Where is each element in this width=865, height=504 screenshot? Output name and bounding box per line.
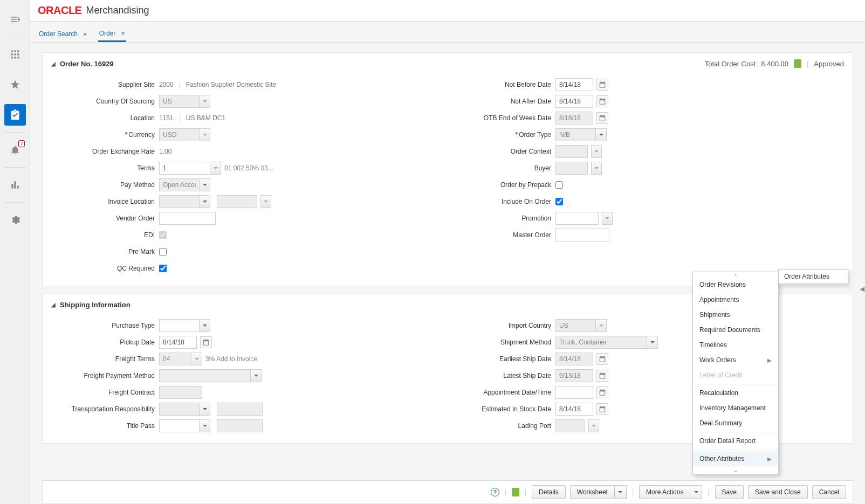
terms-input[interactable]	[159, 162, 210, 175]
menu-work-orders[interactable]: Work Orders▶	[693, 353, 778, 368]
dropdown-icon[interactable]	[200, 419, 210, 432]
disclose-icon[interactable]: ◢	[51, 302, 56, 308]
label-location: Location	[51, 114, 159, 122]
menu-order-revisions[interactable]: Order Revisions	[693, 277, 778, 292]
tab-order[interactable]: Order ×	[98, 26, 126, 42]
dropdown-icon[interactable]	[647, 336, 658, 349]
menu-other-attributes[interactable]: Other Attributes▶ Order Attributes	[693, 451, 778, 466]
vendor-order-input[interactable]	[159, 212, 216, 225]
freight-terms-desc: 3% Add to Invoice	[205, 355, 257, 363]
dropdown-icon[interactable]	[200, 178, 210, 191]
buyer-input[interactable]	[555, 162, 588, 175]
purchase-type-select[interactable]	[159, 319, 200, 332]
more-actions-dropdown-icon[interactable]	[690, 485, 702, 499]
close-icon[interactable]: ×	[83, 30, 87, 38]
dropdown-icon[interactable]	[596, 319, 607, 332]
ship-method-select[interactable]	[555, 336, 647, 349]
gear-icon[interactable]	[4, 209, 26, 231]
order-panel-header[interactable]: ◢ Order No. 16929 Total Order Cost 8,400…	[43, 53, 853, 74]
menu-required-documents[interactable]: Required Documents	[693, 322, 778, 337]
cancel-button[interactable]: Cancel	[812, 485, 846, 499]
promotion-input[interactable]	[555, 212, 599, 225]
dropdown-icon[interactable]	[200, 403, 210, 416]
dropdown-icon[interactable]	[591, 145, 602, 158]
menu-shipments[interactable]: Shipments	[693, 307, 778, 322]
currency-select[interactable]	[159, 128, 200, 141]
main-area: ORACLE Merchandising Order Search × Orde…	[30, 0, 865, 504]
dropdown-icon[interactable]	[200, 319, 210, 332]
menu-inventory-management[interactable]: Inventory Management	[693, 401, 778, 416]
freight-terms-input[interactable]	[159, 353, 191, 365]
expand-right-icon[interactable]: ◀	[860, 285, 865, 296]
qc-checkbox[interactable]	[159, 265, 167, 272]
prepack-checkbox[interactable]	[555, 181, 563, 189]
master-order-input[interactable]	[555, 229, 609, 241]
svg-rect-2	[17, 51, 19, 52]
trans-resp-input[interactable]	[217, 403, 263, 416]
notes-icon[interactable]	[512, 488, 519, 496]
menu-deal-summary[interactable]: Deal Summary	[693, 416, 778, 431]
dropdown-icon[interactable]	[260, 195, 271, 208]
lading-input[interactable]	[555, 419, 585, 432]
tab-order-search[interactable]: Order Search ×	[38, 26, 88, 42]
supplier-site-desc: Fashion Supplier Domestic Site	[186, 81, 276, 88]
bell-icon[interactable]	[4, 139, 26, 161]
submenu-order-attributes[interactable]: Order Attributes	[778, 269, 848, 284]
country-select[interactable]	[159, 95, 200, 108]
save-button[interactable]: Save	[715, 485, 744, 499]
invoice-location-input[interactable]	[217, 195, 257, 208]
dropdown-icon[interactable]	[200, 195, 210, 208]
calendar-icon[interactable]	[596, 79, 608, 91]
menu-order-detail-report[interactable]: Order Detail Report	[693, 433, 778, 448]
dropdown-icon[interactable]	[596, 128, 607, 141]
dropdown-icon[interactable]	[191, 353, 202, 365]
nav-toggle-icon[interactable]	[4, 9, 26, 30]
cost-detail-icon[interactable]	[794, 59, 801, 68]
trans-resp-select[interactable]	[159, 403, 200, 416]
include-checkbox[interactable]	[555, 198, 563, 205]
not-before-input[interactable]	[555, 78, 593, 91]
star-icon[interactable]	[4, 74, 26, 95]
dropdown-icon[interactable]	[200, 95, 210, 108]
help-icon[interactable]: ?	[491, 488, 499, 496]
freight-pay-select[interactable]	[159, 369, 251, 382]
calendar-icon[interactable]	[596, 403, 608, 415]
total-cost-label: Total Order Cost	[705, 60, 756, 68]
dropdown-icon[interactable]	[591, 162, 602, 175]
dropdown-icon[interactable]	[602, 212, 613, 225]
import-country-select[interactable]	[555, 319, 596, 332]
reports-icon[interactable]	[4, 174, 26, 196]
pickup-input[interactable]	[159, 336, 197, 349]
more-actions-button[interactable]: More Actions	[639, 485, 690, 499]
calendar-icon[interactable]	[596, 386, 608, 398]
dropdown-icon[interactable]	[210, 162, 221, 175]
save-close-button[interactable]: Save and Close	[748, 485, 808, 499]
dropdown-icon[interactable]	[200, 128, 210, 141]
not-after-input[interactable]	[555, 95, 593, 108]
order-context-input[interactable]	[555, 145, 588, 158]
dropdown-icon[interactable]	[588, 419, 599, 432]
invoice-location-select[interactable]	[159, 195, 200, 208]
premark-checkbox[interactable]	[159, 248, 167, 256]
details-button[interactable]: Details	[532, 485, 566, 499]
appointment-input[interactable]	[555, 386, 593, 399]
close-icon[interactable]: ×	[121, 29, 125, 37]
scroll-down-icon[interactable]: ⌄	[693, 466, 778, 474]
title-pass-input[interactable]	[217, 419, 263, 432]
dropdown-icon[interactable]	[251, 369, 262, 382]
menu-timelines[interactable]: Timelines	[693, 337, 778, 353]
apps-icon[interactable]	[4, 44, 26, 65]
tasks-icon[interactable]	[4, 104, 26, 126]
est-stock-input[interactable]	[555, 403, 593, 416]
calendar-icon[interactable]	[200, 336, 212, 348]
freight-contract-input[interactable]	[159, 386, 202, 399]
order-type-select[interactable]	[555, 128, 596, 141]
disclose-icon[interactable]: ◢	[51, 61, 56, 67]
worksheet-button[interactable]: Worksheet	[570, 485, 615, 499]
title-pass-select[interactable]	[159, 419, 200, 432]
menu-recalculation[interactable]: Recalculation	[693, 385, 778, 401]
pay-method-select[interactable]	[159, 178, 200, 191]
menu-appointments[interactable]: Appointments	[693, 292, 778, 307]
calendar-icon[interactable]	[596, 95, 608, 107]
worksheet-dropdown-icon[interactable]	[615, 485, 627, 499]
